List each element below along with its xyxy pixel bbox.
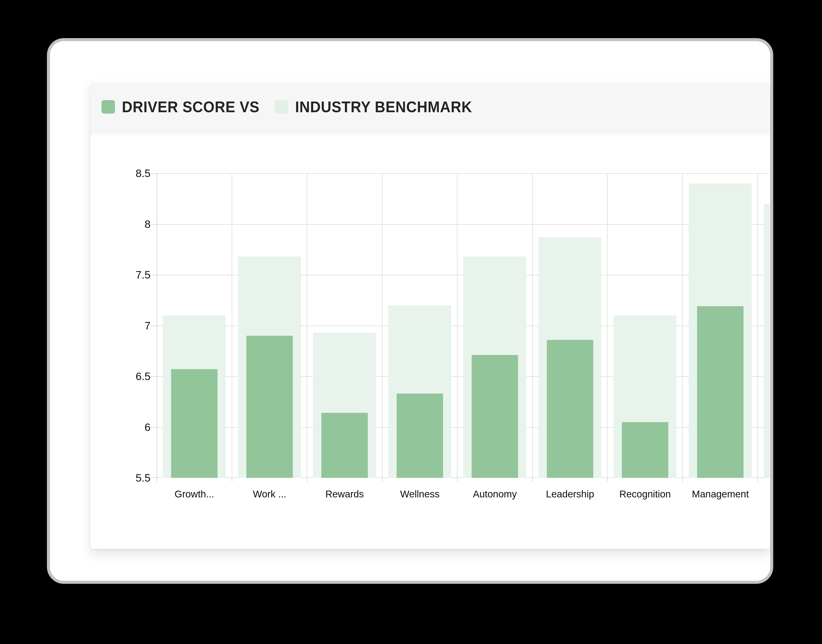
x-axis-tick xyxy=(382,478,383,481)
driver-score-swatch-icon xyxy=(101,100,115,113)
chart-legend: DRIVER SCORE VS INDUSTRY BENCHMARK xyxy=(90,98,481,116)
chart-area: 8.587.576.565.5Growth...Work ...RewardsW… xyxy=(90,131,770,549)
legend-item-driver-score[interactable]: DRIVER SCORE VS xyxy=(101,98,267,116)
industry-benchmark-swatch-icon xyxy=(275,100,288,113)
y-axis-label: 5.5 xyxy=(92,472,150,484)
gridline-vertical xyxy=(532,173,533,478)
x-axis-label: Wellness xyxy=(382,489,458,500)
x-axis-label: Management xyxy=(683,489,758,500)
gridline-vertical xyxy=(607,173,608,478)
y-axis-tick xyxy=(151,275,157,275)
legend-item-industry-benchmark[interactable]: INDUSTRY BENCHMARK xyxy=(275,98,482,116)
bar-driver-leadership[interactable] xyxy=(547,340,593,478)
y-axis-tick xyxy=(151,173,157,174)
y-axis-label: 6 xyxy=(92,421,150,433)
gridline-horizontal xyxy=(157,224,770,225)
bar-driver-management[interactable] xyxy=(697,306,744,478)
bar-plot xyxy=(157,173,770,478)
x-axis-label: Autonomy xyxy=(457,489,533,500)
legend-label-industry-benchmark: INDUSTRY BENCHMARK xyxy=(295,98,472,116)
gridline-vertical xyxy=(758,173,758,478)
y-axis-tick xyxy=(151,326,157,326)
x-axis-tick xyxy=(683,478,683,481)
bar-driver-autonomy[interactable] xyxy=(471,355,518,478)
gridline-vertical xyxy=(307,173,307,478)
x-axis-tick xyxy=(532,478,533,481)
y-axis-label: 8.5 xyxy=(92,167,150,179)
x-axis-tick xyxy=(758,478,758,481)
y-axis-label: 6.5 xyxy=(92,370,150,382)
x-axis-tick xyxy=(307,478,307,481)
y-axis-label: 8 xyxy=(92,218,150,230)
bar-driver-rewards[interactable] xyxy=(321,413,368,478)
x-axis-label: Growth... xyxy=(157,489,232,500)
dashboard-card: DRIVER SCORE VS INDUSTRY BENCHMARK 8.587… xyxy=(50,41,770,581)
bar-driver-wellness[interactable] xyxy=(396,394,443,478)
gridline-vertical xyxy=(232,173,232,478)
y-axis-label: 7 xyxy=(92,320,150,332)
y-axis-tick xyxy=(151,224,157,225)
y-axis-tick xyxy=(151,477,157,478)
chart-header: DRIVER SCORE VS INDUSTRY BENCHMARK xyxy=(90,83,770,132)
y-axis-line xyxy=(157,173,157,478)
y-axis-tick xyxy=(151,376,157,377)
y-axis-tick xyxy=(151,427,157,428)
x-axis-label: Leadership xyxy=(533,489,608,500)
x-axis-label: Recognition xyxy=(608,489,683,500)
x-axis-label: Rewards xyxy=(307,489,382,500)
x-axis-tick xyxy=(457,478,458,481)
y-axis-label: 7.5 xyxy=(92,269,150,281)
gridline-vertical xyxy=(457,173,458,478)
gridline-vertical xyxy=(382,173,383,478)
bar-driver-growth[interactable] xyxy=(171,369,217,478)
legend-label-driver-score: DRIVER SCORE VS xyxy=(122,98,260,116)
page: { "legend": { "items": [ {"label": "DRIV… xyxy=(0,0,822,644)
x-axis-tick xyxy=(607,478,608,481)
bar-benchmark-partial[interactable] xyxy=(764,204,770,478)
x-axis-label: Work ... xyxy=(232,489,307,500)
chart-panel: DRIVER SCORE VS INDUSTRY BENCHMARK 8.587… xyxy=(90,83,770,549)
bar-driver-recognition[interactable] xyxy=(622,422,668,478)
gridline-horizontal xyxy=(157,173,770,174)
x-axis-tick xyxy=(232,478,232,481)
bar-driver-work[interactable] xyxy=(246,336,293,478)
gridline-vertical xyxy=(683,173,683,478)
x-axis-tick xyxy=(157,478,157,481)
